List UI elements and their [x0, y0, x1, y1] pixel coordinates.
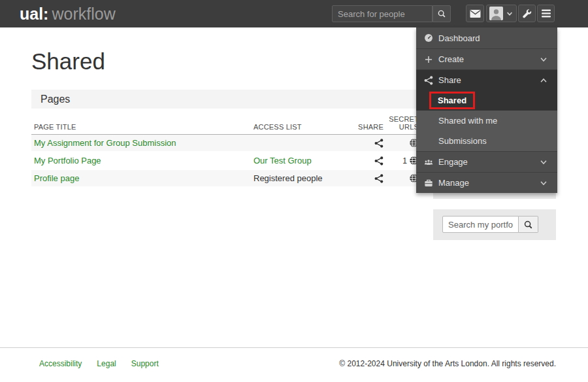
page-title: Shared — [31, 48, 105, 75]
app-logo[interactable]: ual:workflow — [20, 0, 116, 27]
users-icon — [424, 158, 433, 167]
dashboard-gauge-icon — [424, 33, 433, 43]
footer-link-support[interactable]: Support — [131, 359, 159, 368]
column-header-access-list: ACCESS LIST — [253, 123, 342, 131]
table-row: My Portfolio Page Our Test Group 1 — [31, 152, 423, 170]
menu-item-shared-with-me[interactable]: Shared with me — [416, 111, 557, 131]
briefcase-icon — [424, 179, 433, 188]
portfolio-search-block — [433, 209, 556, 240]
footer-divider — [0, 347, 588, 348]
access-list-link[interactable]: Our Test Group — [253, 156, 312, 165]
shared-pages-table: PAGE TITLE ACCESS LIST SHARE SECRET URLS… — [31, 115, 423, 188]
chevron-down-icon — [539, 179, 548, 188]
page-title-link[interactable]: Profile page — [34, 173, 79, 183]
secret-url-count: 1 — [402, 156, 407, 165]
search-portfolio-input[interactable] — [442, 216, 519, 233]
plus-icon — [424, 55, 433, 64]
tutorial-highlight-box: Shared — [429, 92, 475, 109]
menu-item-label: Dashboard — [438, 33, 480, 43]
menu-item-shared[interactable]: Shared — [416, 90, 557, 111]
menu-item-engage[interactable]: Engage — [416, 151, 557, 172]
chevron-up-icon — [539, 76, 548, 85]
copyright-notice: © 2012-2024 University of the Arts Londo… — [339, 359, 556, 368]
menu-item-label: Submissions — [438, 136, 487, 146]
menu-item-submissions[interactable]: Submissions — [416, 131, 557, 151]
share-icon[interactable] — [374, 139, 384, 148]
share-icon — [424, 76, 433, 85]
footer-link-legal[interactable]: Legal — [97, 359, 116, 368]
access-list-cell: Registered people — [253, 173, 342, 183]
table-row: Profile page Registered people — [31, 170, 423, 188]
share-icon[interactable] — [374, 156, 384, 165]
envelope-icon — [470, 9, 481, 18]
menu-item-create[interactable]: Create — [416, 48, 557, 69]
page-title-link[interactable]: My Assignment for Group Submission — [34, 138, 176, 148]
panel-heading: Pages — [31, 90, 423, 109]
table-header-row: PAGE TITLE ACCESS LIST SHARE SECRET URLS — [31, 115, 423, 135]
main-menu-toggle-button[interactable] — [537, 5, 555, 22]
pages-panel: Pages PAGE TITLE ACCESS LIST SHARE SECRE… — [31, 90, 423, 188]
menu-item-label: Share — [438, 75, 461, 85]
people-search — [332, 5, 451, 22]
column-header-share: SHARE — [342, 123, 384, 131]
account-menu-button[interactable] — [486, 5, 517, 22]
page-title-link[interactable]: My Portfolio Page — [34, 156, 101, 165]
logo-bold-text: ual: — [20, 5, 48, 23]
menu-item-label: Engage — [438, 157, 468, 167]
wrench-icon — [522, 9, 532, 18]
menu-item-label: Shared — [438, 95, 466, 105]
search-people-button[interactable] — [433, 5, 451, 22]
menu-item-dashboard[interactable]: Dashboard — [416, 27, 557, 48]
menu-item-manage[interactable]: Manage — [416, 172, 557, 193]
hamburger-icon — [542, 9, 551, 18]
logo-light-text: workflow — [52, 5, 115, 23]
footer-links: Accessibility Legal Support — [39, 359, 159, 368]
top-navigation-bar: ual:workflow — [0, 0, 588, 27]
main-navigation-dropdown: Dashboard Create Share Shared Shared wit… — [416, 27, 557, 193]
menu-item-share[interactable]: Share — [416, 69, 557, 90]
table-row: My Assignment for Group Submission — [31, 135, 423, 152]
magnifier-icon — [523, 220, 533, 230]
chevron-down-icon — [506, 10, 514, 18]
magnifier-icon — [437, 9, 446, 18]
menu-item-label: Shared with me — [438, 116, 497, 126]
footer-link-accessibility[interactable]: Accessibility — [39, 359, 82, 368]
avatar — [489, 7, 503, 20]
column-header-secret-urls: SECRET URLS — [384, 115, 419, 131]
search-people-input[interactable] — [332, 5, 433, 22]
chevron-down-icon — [539, 158, 548, 167]
column-header-page-title: PAGE TITLE — [34, 123, 253, 131]
admin-settings-button[interactable] — [518, 5, 536, 22]
share-icon[interactable] — [374, 174, 384, 183]
search-portfolio-button[interactable] — [519, 216, 538, 233]
chevron-down-icon — [539, 55, 548, 64]
menu-item-label: Manage — [438, 178, 469, 188]
menu-item-label: Create — [438, 54, 464, 64]
inbox-button[interactable] — [466, 5, 484, 22]
